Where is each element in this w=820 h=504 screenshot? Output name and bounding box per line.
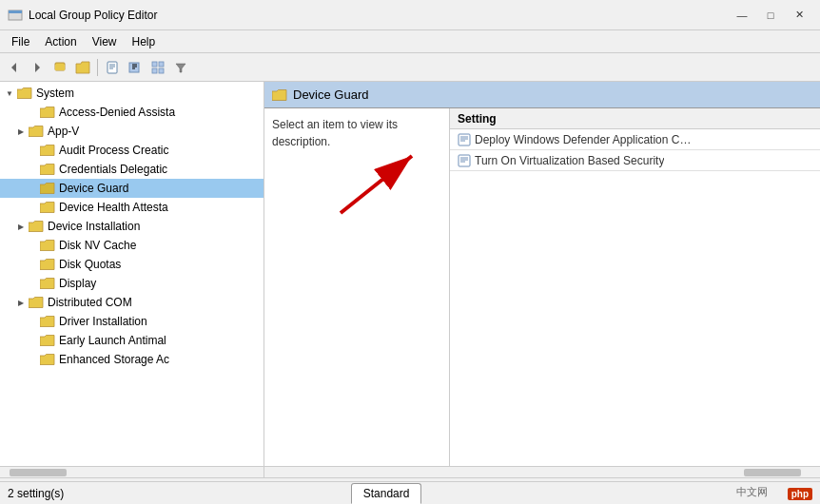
- tab-standard[interactable]: Standard: [351, 483, 422, 504]
- status-text: 2 setting(s): [8, 487, 64, 500]
- detail-h-thumb: [744, 469, 801, 476]
- folder-icon-display: [40, 277, 55, 290]
- tree-label-device-health: Device Health Attesta: [59, 201, 168, 214]
- setting-row-2[interactable]: Turn On Virtualization Based Security: [450, 150, 820, 171]
- expand-icon-appv: ▶: [15, 126, 27, 137]
- red-arrow: [322, 137, 436, 223]
- maximize-button[interactable]: □: [757, 5, 784, 26]
- tree-item-credentials[interactable]: ▶ Credentials Delegatic: [0, 160, 264, 179]
- detail-description-text: Select an item to view its description.: [272, 118, 398, 148]
- folder-icon-audit: [40, 144, 55, 157]
- svg-marker-18: [176, 64, 185, 72]
- tree-label-appv: App-V: [48, 125, 79, 138]
- svg-line-20: [341, 156, 412, 213]
- folder-icon-dist-com: [29, 296, 44, 309]
- detail-header-title: Device Guard: [293, 87, 368, 102]
- menu-view[interactable]: View: [85, 30, 125, 52]
- close-button[interactable]: ✕: [786, 5, 812, 26]
- detail-body: Select an item to view its description.: [264, 108, 820, 466]
- detail-scrollbar-h[interactable]: [264, 466, 820, 477]
- forward-button[interactable]: [27, 57, 48, 78]
- setting-label-1: Deploy Windows Defender Application C…: [475, 133, 691, 146]
- svg-rect-6: [107, 62, 117, 73]
- menu-help[interactable]: Help: [125, 30, 164, 52]
- folder-icon-device-guard: [40, 182, 55, 195]
- setting-icon-2: [458, 154, 471, 167]
- setting-label-2: Turn On Virtualization Based Security: [475, 154, 664, 167]
- tree-label-system: System: [36, 87, 74, 100]
- tree-item-dist-com[interactable]: ▶ Distributed COM: [0, 293, 264, 312]
- policy-button[interactable]: [102, 57, 123, 78]
- tree-label-disk-nv: Disk NV Cache: [59, 239, 136, 252]
- setting-row-1[interactable]: Deploy Windows Defender Application C…: [450, 129, 820, 150]
- back-button[interactable]: [4, 57, 25, 78]
- svg-marker-3: [35, 63, 40, 72]
- up-button[interactable]: [49, 57, 70, 78]
- tree-label-driver-install: Driver Installation: [59, 315, 147, 328]
- tree-item-device-install[interactable]: ▶ Device Installation: [0, 217, 264, 236]
- tree-label-enhanced-storage: Enhanced Storage Ac: [59, 353, 169, 366]
- svg-marker-2: [11, 63, 16, 72]
- menu-bar: File Action View Help: [0, 30, 820, 53]
- svg-rect-21: [459, 134, 470, 145]
- tree-label-device-install: Device Installation: [48, 220, 140, 233]
- tree-label-credentials: Credentials Delegatic: [59, 163, 167, 176]
- tree-item-disk-nv[interactable]: ▶ Disk NV Cache: [0, 236, 264, 255]
- tree-item-system[interactable]: ▼ System: [0, 84, 264, 103]
- minimize-button[interactable]: —: [729, 5, 755, 26]
- tree-content[interactable]: ▼ System ▶ Access-Denied Assista: [0, 82, 264, 466]
- tree-label-dist-com: Distributed COM: [48, 296, 132, 309]
- tree-scrollbar-h[interactable]: [0, 466, 264, 477]
- folder-icon-early-launch: [40, 334, 55, 347]
- tree-label-early-launch: Early Launch Antimal: [59, 334, 166, 347]
- toolbar: [0, 53, 820, 82]
- window-controls: — □ ✕: [729, 5, 812, 26]
- tree-panel: ▼ System ▶ Access-Denied Assista: [0, 82, 264, 477]
- tree-item-disk-quotas[interactable]: ▶ Disk Quotas: [0, 255, 264, 274]
- svg-rect-14: [152, 62, 157, 67]
- window-title: Local Group Policy Editor: [29, 9, 729, 22]
- folder-icon-access-denied: [40, 106, 55, 119]
- svg-rect-16: [152, 68, 157, 73]
- folder-button[interactable]: [72, 57, 93, 78]
- title-bar: Local Group Policy Editor — □ ✕: [0, 0, 820, 30]
- tree-item-display[interactable]: ▶ Display: [0, 274, 264, 293]
- tree-label-display: Display: [59, 277, 96, 290]
- tree-item-device-health[interactable]: ▶ Device Health Attesta: [0, 198, 264, 217]
- php-badge: php: [788, 488, 812, 500]
- detail-panel: Device Guard Select an item to view its …: [264, 82, 820, 477]
- settings-header: Setting: [450, 108, 820, 129]
- svg-rect-15: [159, 62, 164, 67]
- folder-icon-credentials: [40, 163, 55, 176]
- folder-icon-disk-quotas: [40, 258, 55, 271]
- detail-header-icon: [272, 88, 287, 102]
- app-icon: [8, 8, 23, 23]
- tree-label-device-guard: Device Guard: [59, 182, 128, 195]
- svg-rect-25: [459, 155, 470, 166]
- folder-icon-enhanced-storage: [40, 353, 55, 366]
- search-button[interactable]: [125, 57, 146, 78]
- toolbar-sep-1: [97, 59, 98, 76]
- view-button[interactable]: [147, 57, 168, 78]
- svg-rect-17: [159, 68, 164, 73]
- tree-item-driver-install[interactable]: ▶ Driver Installation: [0, 312, 264, 331]
- folder-icon-disk-nv: [40, 239, 55, 252]
- menu-action[interactable]: Action: [37, 30, 84, 52]
- tree-item-audit[interactable]: ▶ Audit Process Creatic: [0, 141, 264, 160]
- tree-item-appv[interactable]: ▶ App-V: [0, 122, 264, 141]
- menu-file[interactable]: File: [4, 30, 37, 52]
- expand-icon-device-install: ▶: [15, 221, 27, 232]
- filter-button[interactable]: [170, 57, 191, 78]
- tree-item-enhanced-storage[interactable]: ▶ Enhanced Storage Ac: [0, 350, 264, 369]
- arrow-container: [322, 137, 426, 213]
- tree-h-thumb: [10, 469, 67, 476]
- setting-icon-1: [458, 133, 471, 146]
- main-area: ▼ System ▶ Access-Denied Assista: [0, 82, 820, 477]
- svg-rect-5: [55, 65, 65, 70]
- folder-icon-appv: [29, 125, 44, 138]
- tree-item-early-launch[interactable]: ▶ Early Launch Antimal: [0, 331, 264, 350]
- tab-standard-label: Standard: [363, 487, 410, 500]
- tree-item-access-denied[interactable]: ▶ Access-Denied Assista: [0, 103, 264, 122]
- detail-settings[interactable]: Setting Deploy Windows Defender Applicat…: [450, 108, 820, 466]
- tree-item-device-guard[interactable]: ▶ Device Guard: [0, 179, 264, 198]
